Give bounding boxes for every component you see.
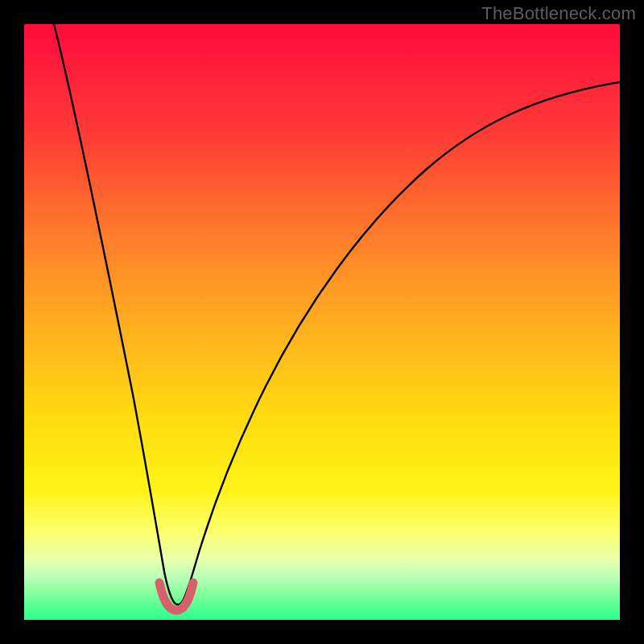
watermark-text: TheBottleneck.com <box>481 3 636 24</box>
chart-curve <box>24 24 620 620</box>
bottleneck-curve <box>54 24 620 605</box>
chart-frame: TheBottleneck.com <box>0 0 644 644</box>
valley-marker <box>159 583 193 610</box>
plot-area <box>24 24 620 620</box>
